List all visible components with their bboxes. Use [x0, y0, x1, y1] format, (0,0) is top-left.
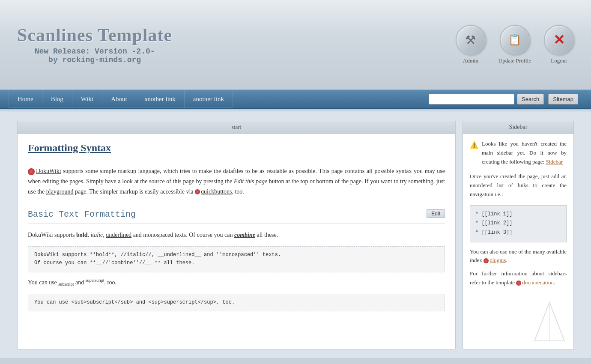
combine-example: combine — [234, 232, 255, 238]
nav-wiki[interactable]: Wiki — [72, 90, 102, 108]
admin-label: Admin — [463, 57, 478, 64]
sidebar-further: For further information about sidebars r… — [470, 269, 567, 287]
article-intro: DokuWiki supports some simple markup lan… — [28, 166, 445, 197]
notice-icon: ⚠️ — [470, 140, 478, 166]
section1-edit-button[interactable]: Edit — [427, 209, 445, 218]
section1-title: Basic Text Formatting — [28, 209, 136, 219]
subtitle-line1: New Release: Version -2.0- — [17, 47, 172, 56]
site-subtitle: New Release: Version -2.0- by rocking-mi… — [17, 47, 172, 64]
decorative-triangle — [532, 300, 567, 343]
sidebar-notice: ⚠️ Looks like you haven't created the ma… — [470, 140, 567, 166]
admin-icon-circle — [456, 25, 486, 55]
article-body: Formatting Syntax DokuWiki supports some… — [18, 134, 455, 324]
main-content: start Formatting Syntax DokuWiki support… — [17, 121, 456, 349]
page-wrapper: Scanlines Template New Release: Version … — [0, 0, 591, 358]
update-profile-label: Update Profile — [498, 57, 531, 64]
quickbuttons-icon-inline — [195, 189, 200, 194]
header-icons: Admin Update Profile Logout — [456, 25, 574, 64]
sidebar-content: ⚠️ Looks like you haven't created the ma… — [463, 134, 573, 349]
sidebar-notice-text: Looks like you haven't created the main … — [482, 140, 567, 166]
nav-home[interactable]: Home — [9, 90, 42, 108]
navbar: Home Blog Wiki About another link anothe… — [0, 90, 591, 109]
update-profile-button[interactable]: Update Profile — [498, 25, 531, 64]
site-header: Scanlines Template New Release: Version … — [0, 0, 591, 90]
update-profile-icon-circle — [500, 25, 530, 55]
content-wrapper: start Formatting Syntax DokuWiki support… — [0, 112, 591, 358]
search-input[interactable] — [429, 94, 514, 104]
sitemap-button[interactable]: Sitemap — [548, 94, 578, 104]
code-block-1: DokuWiki supports **bold**, //italic//, … — [28, 246, 445, 272]
documenation-link[interactable]: documenation — [522, 279, 554, 286]
breadcrumb: start — [18, 121, 455, 134]
quickbuttons-link[interactable]: quickbuttons — [201, 188, 232, 195]
bold-example: bold — [76, 232, 87, 238]
header-left: Scanlines Template New Release: Version … — [17, 25, 172, 64]
edit-this-page-text: Edit this page — [234, 178, 267, 185]
admin-icon — [465, 33, 476, 47]
documenation-icon-inline — [516, 280, 521, 286]
sidebar-wrapper: Sidebar ⚠️ Looks like you haven't create… — [463, 121, 574, 349]
nav-another-link-1[interactable]: another link — [136, 90, 185, 108]
dokuwiki-icon — [28, 168, 35, 175]
sidebar-also: You can also use one of the many availab… — [470, 248, 567, 266]
profile-icon — [508, 34, 521, 46]
sidebar-code-box: * [[link 1]] * [[link 2]] * [[link 3]] — [470, 205, 567, 242]
search-button[interactable]: Search — [517, 94, 544, 104]
plugins-icon-inline — [484, 258, 489, 263]
nav-search: Search Sitemap — [424, 90, 582, 108]
code-block-2: You can use <sub>subscript</sub> and <su… — [28, 294, 445, 311]
decorative-area — [470, 300, 567, 343]
sidebar-page-link[interactable]: Sidebar — [546, 158, 563, 165]
nav-decoration — [0, 109, 591, 112]
superscript-example: superscript — [86, 278, 104, 283]
sidebar-title: Sidebar — [463, 121, 573, 134]
article-title: Formatting Syntax — [28, 142, 445, 159]
plugins-link[interactable]: plugins — [490, 257, 506, 263]
navbar-inner: Home Blog Wiki About another link anothe… — [0, 90, 591, 108]
sidebar-inner: Sidebar ⚠️ Looks like you haven't create… — [463, 121, 574, 349]
logout-button[interactable]: Logout — [544, 25, 574, 64]
nav-links: Home Blog Wiki About another link anothe… — [9, 90, 424, 108]
logout-icon-circle — [544, 25, 574, 55]
admin-button[interactable]: Admin — [456, 25, 486, 64]
logout-label: Logout — [551, 57, 567, 64]
nav-about[interactable]: About — [102, 90, 136, 108]
italic-example: italic — [90, 232, 103, 238]
section1-divider — [28, 224, 445, 224]
site-title: Scanlines Template — [17, 25, 172, 45]
section1-content: DokuWiki supports bold, italic, underlin… — [28, 230, 445, 240]
sidebar-once-created: Once you've created the page, just add a… — [470, 172, 567, 199]
nav-blog[interactable]: Blog — [42, 90, 72, 108]
subscript-example: subscript — [58, 282, 74, 286]
underlined-example: underlined — [106, 232, 131, 238]
nav-another-link-2[interactable]: another link — [185, 90, 233, 108]
section1-header: Basic Text Formatting Edit — [28, 205, 445, 219]
logout-icon — [553, 32, 565, 48]
playground-link[interactable]: playground — [46, 188, 74, 195]
subtitle-line2: by rocking-minds.org — [17, 56, 172, 64]
dokuwiki-link[interactable]: DokuWiki — [36, 168, 61, 174]
sidebar: Sidebar ⚠️ Looks like you haven't create… — [463, 121, 574, 349]
section1-sub-content: You can use subscript and superscript, t… — [28, 277, 445, 288]
